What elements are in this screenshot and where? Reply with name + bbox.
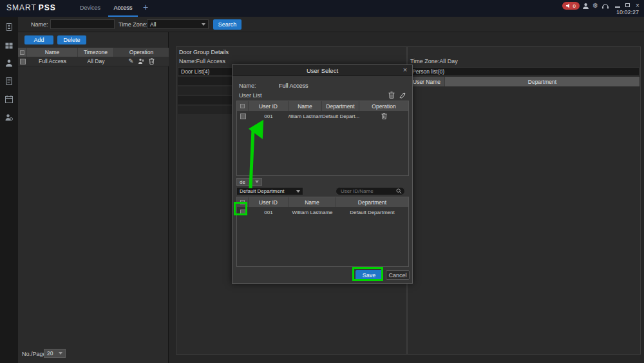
- dialog-name-value: Full Access: [279, 83, 308, 89]
- row-checkbox[interactable]: [20, 59, 26, 64]
- person-timezone-line: Time Zone:All Day: [410, 58, 458, 64]
- column-name: Name: [27, 48, 78, 57]
- column-name: Name: [289, 101, 322, 111]
- search-icon[interactable]: [396, 188, 402, 194]
- column-department: Department: [322, 101, 359, 111]
- user-manager-icon[interactable]: [4, 112, 14, 123]
- titlebar: SMARTPSS Devices Access + 0 ⚙ × 10:02:27: [0, 0, 644, 17]
- column-name: Name: [289, 197, 336, 207]
- speaker-icon: [566, 3, 571, 8]
- gear-icon[interactable]: ⚙: [591, 2, 600, 10]
- module-sidebar: [0, 17, 18, 363]
- column-operation: Operation: [359, 101, 408, 111]
- user-list-label: User List: [239, 92, 262, 99]
- annotation-box-save: [352, 267, 383, 281]
- delete-icon[interactable]: [149, 58, 155, 64]
- filter-toolbar: Name: Time Zone: All Search: [18, 17, 644, 32]
- source-user-row[interactable]: 001 William Lastname Default Department: [237, 207, 408, 217]
- user-name-cell: William Lastname: [289, 111, 322, 121]
- clock: 10:02:27: [616, 9, 639, 15]
- video-wall-icon[interactable]: [4, 41, 14, 51]
- smart-pss-window: SMARTPSS Devices Access + 0 ⚙ × 10:02:27…: [0, 0, 644, 363]
- name-filter-label: Name:: [31, 21, 48, 28]
- personnel-icon[interactable]: [4, 58, 14, 68]
- column-operation: Operation: [114, 48, 169, 57]
- group-name-cell: Full Access: [27, 57, 78, 66]
- annotation-box-checkbox: [234, 202, 247, 215]
- logo-pss: PSS: [39, 3, 56, 12]
- person-list-header: Person list(0): [409, 67, 639, 76]
- column-timezone: Timezone: [78, 48, 114, 57]
- details-name-line: Name:Full Access: [179, 58, 225, 64]
- user-search-input[interactable]: [339, 188, 395, 194]
- chevron-down-icon: [296, 190, 300, 193]
- alarm-count: 0: [573, 3, 576, 9]
- timezone-filter-dropdown[interactable]: All: [147, 19, 209, 29]
- source-users-table: User ID Name Department 001 William Last…: [236, 197, 409, 267]
- minimize-icon: [615, 6, 620, 8]
- headset-support-icon[interactable]: [601, 2, 609, 10]
- alarm-counter[interactable]: 0: [562, 2, 580, 10]
- close-button[interactable]: ×: [633, 1, 642, 9]
- details-title: Door Group Details: [179, 49, 229, 55]
- search-button[interactable]: Search: [213, 19, 242, 30]
- column-department: Department: [445, 77, 639, 86]
- dialog-title: User Select: [232, 65, 412, 76]
- delete-button[interactable]: Delete: [57, 35, 86, 44]
- restore-button[interactable]: [623, 1, 632, 9]
- column-department: Department: [336, 197, 408, 207]
- restore-icon: [625, 3, 630, 7]
- person-list-panel: Time Zone:All Day Person list(0) User Na…: [407, 46, 641, 355]
- new-tab-button[interactable]: +: [143, 2, 148, 12]
- delete-icon[interactable]: [381, 113, 387, 119]
- page-size-value: 20: [47, 350, 53, 357]
- tab-devices[interactable]: Devices: [72, 0, 108, 17]
- access-controller-icon[interactable]: [4, 22, 14, 32]
- column-user-id: User ID: [249, 197, 289, 207]
- door-group-panel: Add Delete Name Timezone Operation Full …: [18, 32, 169, 363]
- selected-table-header: User ID Name Department Operation: [237, 101, 408, 111]
- assign-user-icon[interactable]: [138, 58, 145, 64]
- page-size-label: No./Page: [22, 351, 46, 357]
- name-filter-input[interactable]: [50, 19, 115, 29]
- department-cell: Default Depart...: [322, 111, 359, 121]
- clear-all-icon[interactable]: [399, 92, 406, 99]
- tab-access[interactable]: Access: [108, 0, 138, 17]
- log-icon[interactable]: [4, 76, 14, 86]
- edit-icon[interactable]: ✎: [128, 58, 133, 64]
- user-search-box: [336, 187, 405, 195]
- dialog-name-label: Name:: [239, 83, 256, 89]
- delete-selected-icon[interactable]: [388, 92, 395, 99]
- column-user-name: User Name: [409, 77, 445, 86]
- person-table-header: User Name Department: [409, 77, 639, 86]
- user-account-icon[interactable]: [582, 2, 590, 10]
- logo-smart: SMART: [6, 3, 37, 12]
- chevron-down-icon: [202, 23, 205, 26]
- annotation-arrow: [238, 116, 265, 192]
- minimize-button[interactable]: [613, 1, 622, 9]
- attendance-icon[interactable]: [4, 94, 14, 104]
- page-size-dropdown[interactable]: 20: [44, 349, 66, 358]
- column-user-id: User ID: [249, 101, 289, 111]
- group-timezone-cell: All Day: [78, 57, 114, 66]
- user-name-cell: William Lastname: [289, 207, 336, 217]
- cancel-button[interactable]: Cancel: [386, 270, 410, 280]
- header-checkbox[interactable]: [20, 50, 24, 55]
- group-row-full-access[interactable]: Full Access All Day ✎: [18, 57, 169, 66]
- timezone-filter-value: All: [150, 21, 156, 28]
- user-id-cell: 001: [249, 207, 289, 217]
- department-cell: Default Department: [336, 207, 408, 217]
- app-logo: SMARTPSS: [6, 3, 56, 12]
- header-checkbox[interactable]: [240, 104, 245, 108]
- header-checkbox-cell: [237, 101, 249, 111]
- header-checkbox-cell: [18, 48, 27, 57]
- chevron-down-icon: [59, 352, 62, 355]
- group-table-header: Name Timezone Operation: [18, 48, 169, 57]
- dialog-close-icon[interactable]: ×: [401, 66, 409, 74]
- add-button[interactable]: Add: [24, 35, 53, 44]
- source-table-header: User ID Name Department: [237, 197, 408, 207]
- timezone-filter-label: Time Zone:: [118, 21, 147, 28]
